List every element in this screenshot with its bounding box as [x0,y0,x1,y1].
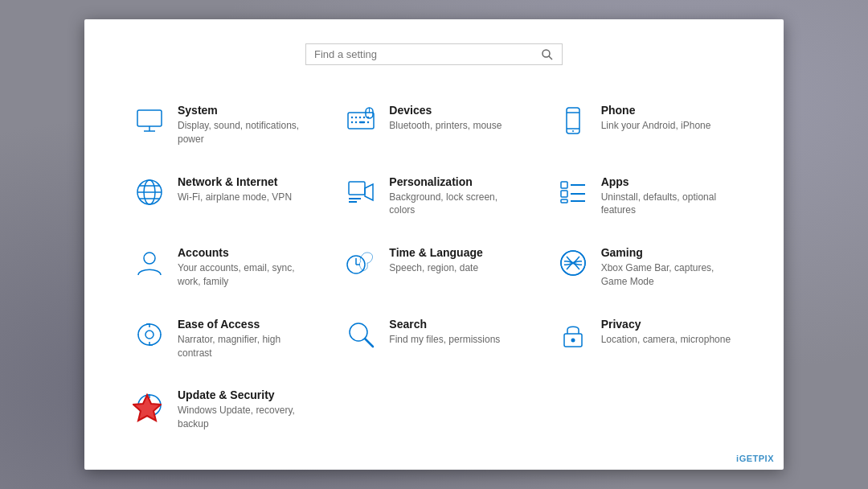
settings-item-apps[interactable]: Apps Uninstall, defaults, optional featu… [540,161,751,232]
system-desc: Display, sound, notifications, power [178,119,312,146]
settings-item-time[interactable]: Time & Language Speech, region, date [328,232,539,303]
ease-title: Ease of Access [178,318,312,331]
gaming-title: Gaming [601,246,735,259]
svg-rect-5 [348,113,374,129]
update-title: Update & Security [178,388,312,401]
settings-grid: System Display, sound, notifications, po… [117,89,751,446]
clock-globe-icon [344,246,378,280]
update-star-icon [133,388,166,422]
settings-item-gaming[interactable]: Gaming Xbox Game Bar, captures, Game Mod… [540,232,751,303]
search-setting-icon [344,318,378,351]
svg-rect-17 [567,108,579,134]
svg-rect-29 [561,182,567,188]
svg-marker-46 [133,395,161,421]
update-desc: Windows Update, recovery, backup [178,404,312,431]
apps-desc: Uninstall, defaults, optional features [601,191,735,218]
search-desc: Find my files, permissions [389,333,500,347]
settings-item-devices[interactable]: Devices Bluetooth, printers, mouse [328,89,539,161]
svg-point-45 [571,338,575,342]
search-input[interactable] [314,48,541,60]
apps-list-icon [556,175,590,209]
svg-point-41 [145,331,154,339]
lock-icon [556,318,590,351]
keyboard-icon [344,104,378,138]
settings-item-search[interactable]: Search Find my files, permissions [328,303,539,375]
settings-item-phone[interactable]: Phone Link your Android, iPhone [540,89,751,161]
devices-title: Devices [389,104,502,117]
svg-rect-33 [561,199,567,203]
apps-title: Apps [601,175,735,188]
accessibility-icon [133,318,166,351]
svg-point-0 [542,50,550,57]
phone-icon [556,104,590,138]
system-title: System [178,104,312,117]
ease-desc: Narrator, magnifier, high contrast [178,333,312,360]
devices-desc: Bluetooth, printers, mouse [389,119,502,133]
personalization-title: Personalization [389,175,523,188]
search-bar[interactable] [305,43,563,65]
settings-window: System Display, sound, notifications, po… [84,19,784,470]
xbox-icon [556,246,590,280]
privacy-title: Privacy [601,318,731,331]
svg-line-1 [549,56,552,60]
monitor-icon [133,104,166,138]
svg-point-35 [144,253,155,264]
settings-item-accounts[interactable]: Accounts Your accounts, email, sync, wor… [117,232,328,303]
person-icon [133,246,166,280]
phone-title: Phone [601,104,711,117]
display-brush-icon [344,175,378,209]
network-desc: Wi-Fi, airplane mode, VPN [178,191,292,204]
settings-item-ease[interactable]: Ease of Access Narrator, magnifier, high… [117,303,328,375]
accounts-title: Accounts [178,246,312,259]
settings-item-privacy[interactable]: Privacy Location, camera, microphone [540,303,751,375]
search-title: Search [389,318,500,331]
svg-rect-26 [349,182,365,195]
svg-line-43 [365,339,373,347]
phone-desc: Link your Android, iPhone [601,119,711,133]
svg-rect-2 [137,110,162,126]
accounts-desc: Your accounts, email, sync, work, family [178,261,312,289]
settings-item-system[interactable]: System Display, sound, notifications, po… [117,89,328,161]
globe-icon [133,175,166,209]
time-desc: Speech, region, date [389,261,482,275]
svg-point-20 [572,130,574,132]
svg-rect-31 [561,191,567,197]
search-icon [541,48,554,61]
settings-item-personalization[interactable]: Personalization Background, lock screen,… [328,161,539,232]
gaming-desc: Xbox Game Bar, captures, Game Mode [601,261,735,289]
watermark: iGETPIX [736,454,774,463]
time-title: Time & Language [389,246,482,259]
personalization-desc: Background, lock screen, colors [389,191,523,218]
network-title: Network & Internet [178,175,292,188]
settings-item-network[interactable]: Network & Internet Wi-Fi, airplane mode,… [117,161,328,232]
privacy-desc: Location, camera, microphone [601,333,731,347]
settings-item-update[interactable]: Update & Security Windows Update, recove… [117,374,328,446]
